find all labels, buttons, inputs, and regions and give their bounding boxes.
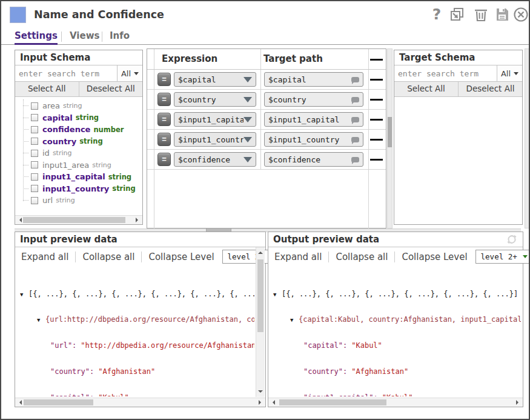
scrollbar-thumb[interactable] [24, 399, 93, 405]
scroll-left-arrow[interactable] [17, 400, 22, 405]
expression-value: $confidence [178, 155, 243, 164]
operator-button[interactable]: = [157, 153, 171, 166]
field-name: id [42, 148, 50, 158]
comment-bubble-icon[interactable] [351, 77, 359, 82]
select-all-button[interactable]: Select All [15, 82, 79, 96]
schema-field-url[interactable]: urlstring [23, 195, 142, 207]
json-line: "input1_capital":"Kabul" [273, 393, 521, 396]
operator-button[interactable]: = [157, 133, 171, 146]
schema-field-input1-capital[interactable]: input1_capitalstring [23, 171, 142, 183]
refresh-button[interactable] [506, 234, 517, 245]
expression-dropdown[interactable]: $input1_capital [174, 112, 256, 127]
expression-dropdown[interactable]: $capital [174, 72, 256, 87]
schema-field-input1-area[interactable]: input1_areastring [23, 159, 142, 172]
toolbar-divider [394, 252, 395, 262]
tab-info[interactable]: Info [110, 30, 130, 41]
collapse-level-button[interactable]: Collapse Level [148, 252, 214, 262]
right-vertical-scrollbar[interactable] [525, 48, 530, 228]
scrollbar-thumb[interactable] [388, 117, 392, 147]
target-path-input[interactable]: $confidence [264, 152, 363, 167]
scrollbar-thumb[interactable] [279, 399, 386, 405]
checkbox[interactable] [31, 185, 38, 192]
checkbox[interactable] [31, 102, 38, 110]
scroll-down-arrow[interactable] [258, 390, 263, 395]
scroll-right-arrow[interactable] [136, 218, 141, 222]
search-input[interactable] [394, 65, 497, 81]
help-button[interactable]: ? [429, 7, 445, 22]
collapse-all-button[interactable]: Collapse all [82, 252, 134, 262]
checkbox[interactable] [31, 138, 38, 145]
collapse-level-button[interactable]: Collapse Level [402, 252, 467, 262]
filter-dropdown[interactable]: All [117, 65, 142, 81]
operator-button[interactable]: = [157, 93, 171, 106]
scroll-up-arrow[interactable] [258, 249, 263, 254]
row-dash-icon[interactable] [370, 99, 383, 101]
row-dash-icon[interactable] [370, 79, 383, 81]
checkbox[interactable] [31, 161, 38, 168]
select-all-button[interactable]: Select All [394, 82, 458, 96]
target-path-input[interactable]: $capital [264, 72, 363, 87]
scroll-left-arrow[interactable] [270, 400, 275, 405]
json-value: "Afghanistan" [351, 367, 408, 376]
collapse-toggle-icon[interactable]: ▼ [20, 290, 28, 299]
collapse-all-button[interactable]: Collapse all [336, 252, 388, 262]
row-dash-icon[interactable] [370, 59, 383, 61]
checkbox[interactable] [31, 114, 38, 121]
comment-bubble-icon[interactable] [351, 157, 359, 162]
expression-dropdown[interactable]: $confidence [174, 152, 256, 167]
comment-bubble-icon[interactable] [351, 117, 359, 122]
close-button[interactable] [513, 7, 529, 22]
delete-button[interactable] [473, 7, 489, 22]
operator-button[interactable]: = [157, 113, 171, 126]
deselect-all-button[interactable]: Deselect All [458, 82, 522, 96]
deselect-all-button[interactable]: Deselect All [79, 82, 143, 96]
tab-views[interactable]: Views [70, 30, 99, 41]
filter-label: All [121, 69, 131, 78]
horizontal-scrollbar[interactable] [268, 398, 523, 407]
row-dash-icon[interactable] [370, 139, 383, 141]
target-path-input[interactable]: $country [264, 92, 363, 107]
row-dash-icon[interactable] [370, 119, 383, 121]
collapse-toggle-icon[interactable]: ▼ [37, 316, 45, 324]
row-dash-icon[interactable] [370, 159, 383, 161]
schema-field-id[interactable]: idstring [23, 147, 142, 159]
checkbox[interactable] [31, 150, 38, 157]
export-button[interactable] [449, 7, 465, 22]
schema-field-confidence[interactable]: confidencenumber [23, 124, 142, 136]
comment-bubble-icon[interactable] [351, 97, 359, 102]
expression-dropdown[interactable]: $input1_country [174, 132, 256, 147]
mapping-vertical-scrollbar[interactable] [387, 48, 393, 228]
filter-dropdown[interactable]: All [497, 65, 522, 81]
field-name: input1_area [42, 161, 89, 170]
field-name: input1_capital [42, 172, 105, 181]
schema-field-capital[interactable]: capitalstring [23, 112, 142, 124]
collapse-toggle-icon[interactable]: ▼ [290, 316, 299, 324]
expression-value: $input1_capital [178, 115, 243, 124]
horizontal-scrollbar[interactable] [15, 215, 142, 224]
scroll-left-arrow[interactable] [17, 218, 22, 222]
checkbox[interactable] [31, 173, 38, 181]
schema-field-area[interactable]: areastring [23, 100, 142, 112]
scrollbar-thumb[interactable] [257, 259, 263, 332]
horizontal-scrollbar[interactable] [15, 398, 265, 407]
operator-button[interactable]: = [157, 73, 171, 86]
checkbox[interactable] [31, 197, 38, 204]
comment-bubble-icon[interactable] [351, 137, 359, 142]
vertical-scrollbar[interactable] [256, 247, 265, 397]
tab-settings[interactable]: Settings [15, 30, 58, 41]
schema-field-input1-country[interactable]: input1_countrystring [23, 183, 142, 195]
collapse-toggle-icon[interactable]: ▼ [273, 290, 282, 299]
expression-dropdown[interactable]: $country [174, 92, 256, 107]
expand-all-button[interactable]: Expand all [21, 252, 68, 262]
level-dropdown[interactable]: level 2+ [475, 250, 530, 264]
scrollbar-thumb[interactable] [23, 217, 125, 223]
schema-field-country[interactable]: countrystring [23, 136, 142, 148]
target-path-input[interactable]: $input1_country [264, 132, 363, 147]
search-input[interactable] [15, 65, 117, 81]
target-path-input[interactable]: $input1_capital [264, 112, 363, 127]
expand-all-button[interactable]: Expand all [274, 252, 322, 262]
save-button[interactable] [494, 7, 510, 22]
scroll-right-arrow[interactable] [259, 400, 263, 405]
scroll-right-arrow[interactable] [516, 400, 521, 405]
checkbox[interactable] [31, 126, 38, 133]
